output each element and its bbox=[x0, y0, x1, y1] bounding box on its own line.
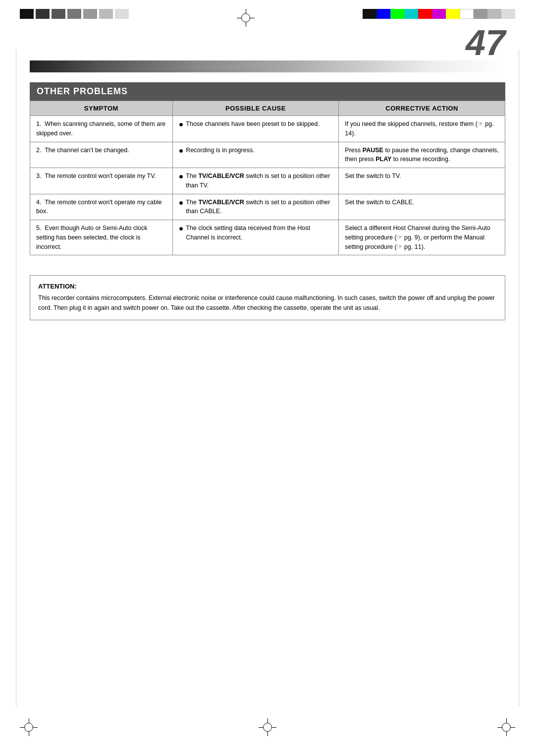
mark-block-7 bbox=[115, 9, 129, 19]
bullet-dot: ● bbox=[179, 198, 184, 208]
table-row: 5. Even though Auto or Semi-Auto clock s… bbox=[30, 220, 505, 255]
symptom-2: 2. The channel can't be changed. bbox=[30, 142, 173, 168]
header-cause: POSSIBLE CAUSE bbox=[172, 101, 339, 116]
bullet-dot: ● bbox=[179, 224, 184, 234]
crosshair-circle bbox=[263, 723, 272, 732]
symptom-5: 5. Even though Auto or Semi-Auto clock s… bbox=[30, 220, 173, 255]
crosshair-circle bbox=[24, 723, 33, 732]
action-1: If you need the skipped channels, restor… bbox=[339, 116, 505, 142]
mark-block-2 bbox=[36, 9, 50, 19]
color-block-green bbox=[390, 9, 404, 19]
bullet-item: ● The TV/CABLE/VCR switch is set to a po… bbox=[179, 198, 333, 217]
bullet-dot: ● bbox=[179, 146, 184, 156]
cause-text-3: The TV/CABLE/VCR switch is set to a posi… bbox=[186, 172, 332, 190]
cause-3: ● The TV/CABLE/VCR switch is set to a po… bbox=[172, 168, 339, 194]
page-number-row: 47 bbox=[0, 25, 535, 60]
cause-text-4: The TV/CABLE/VCR switch is set to a posi… bbox=[186, 198, 332, 217]
cause-text-1: Those channels have been preset to be sk… bbox=[186, 119, 320, 129]
table-row: 1. When scanning channels, some of them … bbox=[30, 116, 505, 142]
symptom-3: 3. The remote control won't operate my T… bbox=[30, 168, 173, 194]
bottom-marks bbox=[0, 718, 535, 736]
mark-block-6 bbox=[99, 9, 113, 19]
table-row: 4. The remote control won't operate my c… bbox=[30, 194, 505, 220]
table-header-row: SYMPTOM POSSIBLE CAUSE CORRECTIVE ACTION bbox=[30, 101, 505, 116]
mark-block-3 bbox=[52, 9, 65, 19]
crosshair-circle bbox=[241, 13, 250, 22]
cause-5: ● The clock setting data received from t… bbox=[172, 220, 339, 255]
color-block-white bbox=[460, 9, 474, 19]
action-4: Set the switch to CABLE. bbox=[339, 194, 505, 220]
bullet-item: ● Those channels have been preset to be … bbox=[179, 119, 333, 130]
bullet-item: ● The TV/CABLE/VCR switch is set to a po… bbox=[179, 172, 333, 190]
action-5: Select a different Host Channel during t… bbox=[339, 220, 505, 255]
bullet-dot: ● bbox=[179, 172, 184, 182]
color-block-gray3 bbox=[501, 9, 515, 19]
color-block-black bbox=[363, 9, 376, 19]
cause-text-5: The clock setting data received from the… bbox=[186, 224, 332, 242]
problems-table: SYMPTOM POSSIBLE CAUSE CORRECTIVE ACTION… bbox=[30, 101, 505, 255]
top-center-crosshair bbox=[237, 9, 255, 27]
cause-2: ● Recording is in progress. bbox=[172, 142, 339, 168]
page-number: 47 bbox=[466, 25, 505, 60]
bullet-dot: ● bbox=[179, 119, 184, 130]
bullet-item: ● Recording is in progress. bbox=[179, 146, 333, 156]
side-line-left bbox=[16, 50, 16, 706]
color-block-blue bbox=[376, 9, 390, 19]
cause-text-2: Recording is in progress. bbox=[186, 146, 254, 155]
symptom-4: 4. The remote control won't operate my c… bbox=[30, 194, 173, 220]
attention-text: This recorder contains microcomputers. E… bbox=[38, 293, 497, 313]
marks-right bbox=[363, 9, 515, 19]
bottom-center-crosshair bbox=[259, 718, 276, 736]
mark-block-1 bbox=[20, 9, 34, 19]
table-row: 2. The channel can't be changed. ● Recor… bbox=[30, 142, 505, 168]
action-2: Press PAUSE to pause the recording, chan… bbox=[339, 142, 505, 168]
attention-title: ATTENTION: bbox=[38, 283, 497, 290]
color-block-yellow bbox=[446, 9, 460, 19]
color-block-gray1 bbox=[474, 9, 487, 19]
action-3: Set the switch to TV. bbox=[339, 168, 505, 194]
cause-4: ● The TV/CABLE/VCR switch is set to a po… bbox=[172, 194, 339, 220]
header-action: CORRECTIVE ACTION bbox=[339, 101, 505, 116]
attention-box: ATTENTION: This recorder contains microc… bbox=[30, 275, 505, 320]
color-block-magenta bbox=[432, 9, 446, 19]
bottom-left-crosshair bbox=[20, 718, 38, 736]
mark-block-4 bbox=[67, 9, 81, 19]
color-block-red bbox=[418, 9, 432, 19]
marks-left bbox=[20, 9, 129, 19]
crosshair-circle bbox=[502, 723, 511, 732]
main-content: OTHER PROBLEMS SYMPTOM POSSIBLE CAUSE CO… bbox=[30, 82, 505, 320]
bottom-right-crosshair bbox=[497, 718, 515, 736]
section-title: OTHER PROBLEMS bbox=[30, 82, 505, 101]
color-block-gray2 bbox=[487, 9, 501, 19]
cause-1: ● Those channels have been preset to be … bbox=[172, 116, 339, 142]
gradient-bar bbox=[30, 60, 505, 72]
bullet-item: ● The clock setting data received from t… bbox=[179, 224, 333, 242]
header-symptom: SYMPTOM bbox=[30, 101, 173, 116]
table-row: 3. The remote control won't operate my T… bbox=[30, 168, 505, 194]
side-line-right bbox=[519, 50, 519, 706]
color-block-cyan bbox=[404, 9, 418, 19]
symptom-1: 1. When scanning channels, some of them … bbox=[30, 116, 173, 142]
mark-block-5 bbox=[83, 9, 97, 19]
